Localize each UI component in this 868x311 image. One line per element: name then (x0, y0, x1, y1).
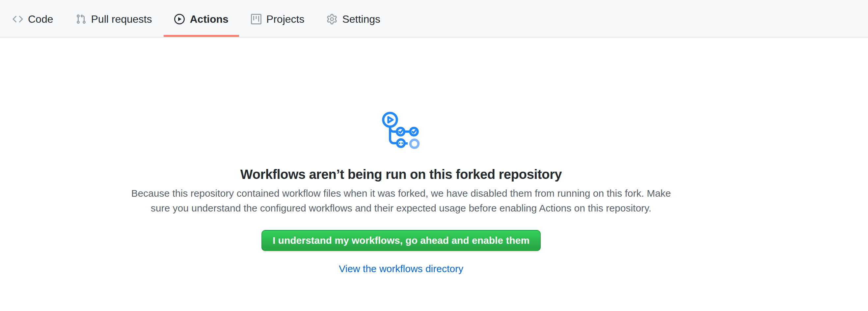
tab-actions[interactable]: Actions (164, 0, 239, 37)
tab-label: Pull requests (91, 14, 152, 24)
view-workflows-directory-link[interactable]: View the workflows directory (339, 263, 463, 274)
play-icon (174, 14, 185, 24)
blankslate-description: Because this repository contained workfl… (111, 186, 691, 215)
project-icon (251, 14, 261, 24)
description-line-2: sure you understand the configured workf… (111, 200, 691, 215)
code-icon (12, 14, 23, 24)
description-line-1: Because this repository contained workfl… (111, 186, 691, 200)
tab-code[interactable]: Code (2, 0, 64, 37)
blankslate-title: Workflows aren’t being run on this forke… (111, 167, 691, 182)
tab-label: Settings (342, 14, 380, 24)
actions-main-content: Workflows aren’t being run on this forke… (0, 37, 868, 275)
tab-projects[interactable]: Projects (240, 0, 315, 37)
tab-label: Actions (190, 14, 228, 24)
workflow-graph-icon (111, 112, 691, 149)
tab-pull-requests[interactable]: Pull requests (65, 0, 163, 37)
workflows-disabled-blankslate: Workflows aren’t being run on this forke… (111, 112, 691, 275)
tab-label: Projects (267, 14, 305, 24)
git-pull-request-icon (76, 14, 86, 24)
repo-tab-nav: Code Pull requests Actions Projects Sett… (0, 0, 868, 37)
tab-label: Code (28, 14, 53, 24)
enable-workflows-button[interactable]: I understand my workflows, go ahead and … (261, 230, 541, 251)
gear-icon (327, 14, 337, 24)
tab-settings[interactable]: Settings (316, 0, 391, 37)
workflows-directory-link-row: View the workflows directory (111, 263, 691, 275)
